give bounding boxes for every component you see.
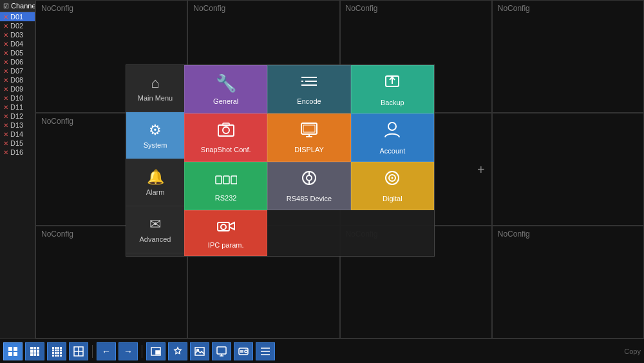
right-grid: 🔧 General Encode (184, 65, 434, 256)
svg-point-18 (307, 175, 312, 181)
svg-rect-31 (33, 347, 36, 349)
btn-backup[interactable]: Backup (351, 65, 434, 113)
svg-rect-50 (60, 352, 62, 354)
toolbar-btn-image[interactable] (190, 342, 209, 360)
svg-rect-39 (52, 347, 54, 349)
channel-item-d12[interactable]: ✕D12 (0, 112, 35, 121)
svg-rect-12 (303, 125, 315, 132)
menu-item-main-menu[interactable]: ⌂ Main Menu (126, 65, 184, 112)
svg-rect-16 (231, 176, 237, 184)
svg-rect-32 (37, 347, 39, 349)
menu-item-system[interactable]: ⚙ System (126, 112, 184, 159)
left-menu: ⌂ Main Menu ⚙ System 🔔 Alarm ✉ Advanced (126, 65, 184, 256)
svg-rect-44 (55, 349, 57, 351)
btn-ipc-param[interactable]: IPC param. (184, 210, 267, 256)
x-mark-icon: ✕ (3, 41, 8, 48)
toolbar-btn-pip[interactable] (146, 342, 166, 360)
svg-rect-46 (60, 349, 62, 351)
grid-cell-12: NoConfig (492, 226, 644, 338)
wrench-icon: 🔧 (216, 74, 236, 93)
channel-item-d05[interactable]: ✕D05 (0, 48, 35, 57)
btn-rs232[interactable]: RS232 (184, 162, 267, 210)
btn-encode[interactable]: Encode (267, 65, 350, 113)
svg-rect-54 (60, 355, 62, 357)
toolbar-btn-layout1[interactable] (3, 342, 23, 360)
digital-icon (384, 170, 401, 191)
x-mark-icon: ✕ (3, 59, 8, 66)
svg-rect-45 (57, 349, 59, 351)
channel-item-d16[interactable]: ✕D16 (0, 148, 35, 157)
no-config-2: NoConfig (193, 4, 225, 13)
toolbar-btn-prev[interactable]: ← (97, 342, 116, 360)
gear-icon: ⚙ (149, 122, 162, 139)
main-menu-label: Main Menu (138, 94, 173, 102)
toolbar-btn-settings[interactable] (168, 342, 187, 360)
channel-item-d06[interactable]: ✕D06 (0, 57, 35, 66)
account-icon (384, 121, 401, 143)
toolbar-btn-layout3[interactable] (47, 342, 66, 360)
grid-cell-8 (492, 113, 644, 226)
svg-rect-53 (57, 355, 59, 357)
encode-label: Encode (297, 97, 321, 105)
svg-rect-35 (37, 350, 39, 353)
svg-rect-27 (14, 347, 17, 351)
toolbar-separator-2 (142, 345, 142, 358)
toolbar-btn-layout2[interactable] (25, 342, 44, 360)
advanced-label: Advanced (140, 235, 171, 243)
channel-item-d13[interactable]: ✕D13 (0, 121, 35, 130)
svg-rect-47 (52, 352, 54, 354)
no-config-1: NoConfig (41, 4, 73, 13)
svg-rect-34 (33, 350, 36, 353)
snapshot-label: SnapShot Conf. (201, 146, 251, 153)
toolbar-btn-list[interactable] (256, 342, 275, 360)
toolbar-btn-monitor[interactable] (212, 342, 231, 360)
x-mark-icon: ✕ (3, 23, 8, 30)
channel-item-d02[interactable]: ✕D02 (0, 21, 35, 30)
x-mark-icon: ✕ (3, 95, 8, 102)
channel-item-d10[interactable]: ✕D10 (0, 93, 35, 103)
channel-item-d15[interactable]: ✕D15 (0, 139, 35, 148)
channel-item-d03[interactable]: ✕D03 (0, 30, 35, 39)
svg-rect-30 (30, 347, 33, 349)
channel-item-d08[interactable]: ✕D08 (0, 75, 35, 84)
ipc-icon (216, 217, 236, 237)
plus-icon[interactable]: + (477, 162, 485, 177)
x-mark-icon: ✕ (3, 68, 8, 75)
channel-item-d01[interactable]: ✕D01 (0, 12, 35, 21)
menu-item-alarm[interactable]: 🔔 Alarm (126, 159, 184, 206)
svg-rect-65 (239, 348, 248, 355)
channel-item-d09[interactable]: ✕D09 (0, 84, 35, 93)
btn-snapshot[interactable]: SnapShot Conf. (184, 113, 267, 162)
toolbar: ← → (0, 338, 644, 363)
btn-general[interactable]: 🔧 General (184, 65, 267, 113)
x-mark-icon: ✕ (3, 14, 8, 21)
no-config-3: NoConfig (346, 4, 378, 13)
alarm-icon: 🔔 (147, 169, 164, 186)
next-icon: → (124, 346, 133, 357)
svg-rect-62 (217, 347, 226, 354)
channel-header-label: Channel (11, 2, 35, 10)
svg-rect-14 (216, 176, 222, 184)
svg-rect-42 (60, 347, 62, 349)
btn-display[interactable]: DISPLAY (267, 113, 350, 162)
channel-item-d14[interactable]: ✕D14 (0, 130, 35, 139)
svg-rect-43 (52, 349, 54, 351)
toolbar-btn-hdd[interactable] (234, 342, 253, 360)
toolbar-btn-next[interactable]: → (118, 342, 138, 360)
channel-item-d04[interactable]: ✕D04 (0, 39, 35, 48)
svg-point-23 (392, 177, 393, 179)
btn-account[interactable]: Account (351, 113, 434, 162)
channel-item-d11[interactable]: ✕D11 (0, 103, 35, 112)
backup-label: Backup (381, 99, 404, 106)
menu-item-advanced[interactable]: ✉ Advanced (126, 206, 184, 253)
btn-digital[interactable]: Digital (351, 162, 434, 210)
rs485-icon (301, 170, 317, 191)
channel-item-d07[interactable]: ✕D07 (0, 66, 35, 75)
svg-rect-26 (8, 347, 12, 351)
btn-rs485[interactable]: RS485 Device (267, 162, 350, 210)
svg-rect-51 (52, 355, 54, 357)
toolbar-btn-layout4[interactable] (69, 342, 88, 360)
home-icon: ⌂ (151, 75, 159, 92)
svg-point-7 (223, 127, 229, 133)
encode-icon (300, 74, 318, 93)
